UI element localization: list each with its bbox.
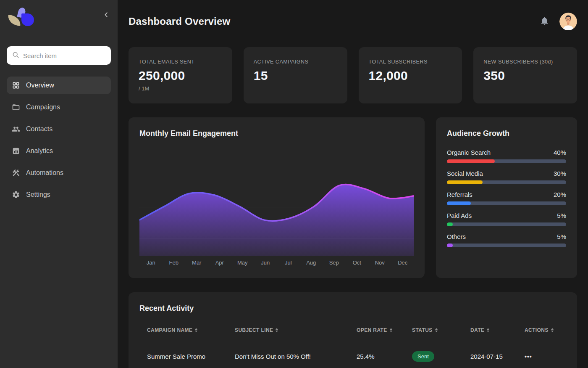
audience-row-social-media: Social Media 30% bbox=[447, 170, 566, 184]
search-input[interactable] bbox=[23, 52, 106, 59]
sidebar-item-label: Settings bbox=[26, 191, 50, 199]
x-tick: Feb bbox=[163, 259, 186, 266]
sidebar-collapse-button[interactable] bbox=[102, 10, 111, 21]
cell-subject-line: Don't Miss Out on 50% Off! bbox=[235, 353, 357, 360]
column-header-date[interactable]: DATE bbox=[470, 327, 525, 333]
stat-label: TOTAL EMAILS SENT bbox=[139, 59, 222, 65]
recent-activity-card: Recent Activity CAMPAIGN NAME SUBJECT LI… bbox=[129, 292, 577, 368]
sort-icon bbox=[487, 328, 489, 332]
sidebar-item-settings[interactable]: Settings bbox=[7, 186, 111, 204]
gear-icon bbox=[12, 191, 20, 199]
audience-pct: 5% bbox=[557, 233, 566, 240]
bar-chart-icon bbox=[12, 147, 20, 155]
sidebar-item-contacts[interactable]: Contacts bbox=[7, 120, 111, 138]
user-avatar[interactable] bbox=[559, 13, 577, 30]
people-icon bbox=[12, 125, 20, 133]
logo bbox=[7, 6, 34, 28]
search-icon bbox=[12, 51, 20, 61]
stat-card-total-emails: TOTAL EMAILS SENT 250,000 / 1M bbox=[129, 47, 232, 103]
stat-value: 350 bbox=[483, 69, 567, 83]
tools-icon bbox=[12, 169, 20, 177]
sidebar-nav: Overview Campaigns Contacts bbox=[7, 77, 111, 204]
audience-growth-card: Audience Growth Organic Search 40% Socia… bbox=[436, 117, 577, 278]
audience-row-others: Others 5% bbox=[447, 233, 566, 247]
audience-row-organic-search: Organic Search 40% bbox=[447, 149, 566, 163]
sidebar-item-label: Analytics bbox=[26, 147, 53, 155]
stat-value: 250,000 bbox=[139, 69, 222, 83]
logo-petal-blue bbox=[21, 13, 34, 26]
engagement-chart bbox=[139, 176, 414, 256]
stat-label: ACTIVE CAMPAIGNS bbox=[254, 59, 337, 65]
stat-card-total-subscribers: TOTAL SUBSCRIBERS 12,000 bbox=[359, 47, 462, 103]
audience-row-referrals: Referrals 20% bbox=[447, 191, 566, 205]
sort-icon bbox=[551, 328, 554, 332]
sidebar-item-label: Contacts bbox=[26, 125, 52, 133]
progress-track bbox=[447, 201, 566, 205]
engagement-chart-card: Monthly Email Engagement Jan Feb Mar Apr… bbox=[129, 117, 425, 278]
column-header-campaign-name[interactable]: CAMPAIGN NAME bbox=[147, 327, 235, 333]
column-header-subject-line[interactable]: SUBJECT LINE bbox=[235, 327, 357, 333]
stat-cards-row: TOTAL EMAILS SENT 250,000 / 1M ACTIVE CA… bbox=[129, 47, 577, 103]
sidebar-item-label: Campaigns bbox=[26, 103, 60, 111]
sort-icon bbox=[195, 328, 197, 332]
chevron-left-icon bbox=[102, 13, 110, 20]
x-tick: Dec bbox=[391, 259, 415, 266]
sidebar-item-automations[interactable]: Automations bbox=[7, 164, 111, 182]
x-tick: May bbox=[231, 259, 254, 266]
progress-fill bbox=[447, 222, 453, 226]
progress-fill bbox=[447, 159, 495, 163]
stat-label: TOTAL SUBSCRIBERS bbox=[369, 59, 452, 65]
table-title: Recent Activity bbox=[129, 292, 577, 313]
audience-title: Audience Growth bbox=[436, 117, 577, 138]
column-header-status[interactable]: STATUS bbox=[412, 327, 470, 333]
sort-icon bbox=[435, 328, 438, 332]
audience-pct: 30% bbox=[554, 170, 566, 177]
x-tick: Aug bbox=[300, 259, 323, 266]
sidebar-item-label: Overview bbox=[26, 82, 54, 89]
progress-track bbox=[447, 244, 566, 247]
sidebar-item-campaigns[interactable]: Campaigns bbox=[7, 98, 111, 116]
progress-track bbox=[447, 159, 566, 163]
row-actions-button[interactable]: ••• bbox=[525, 353, 566, 360]
x-tick: Jan bbox=[139, 259, 163, 266]
x-tick: Mar bbox=[185, 259, 208, 266]
progress-fill bbox=[447, 201, 471, 205]
x-tick: Nov bbox=[368, 259, 391, 266]
sidebar-item-label: Automations bbox=[26, 169, 63, 177]
chart-x-axis: Jan Feb Mar Apr May Jun Jul Aug Sep Oct … bbox=[139, 259, 414, 266]
audience-label: Organic Search bbox=[447, 149, 491, 156]
audience-row-paid-ads: Paid Ads 5% bbox=[447, 212, 566, 226]
progress-track bbox=[447, 222, 566, 226]
folder-icon bbox=[12, 103, 20, 111]
sort-icon bbox=[276, 328, 278, 332]
column-header-actions[interactable]: ACTIONS bbox=[525, 327, 566, 333]
top-bar: Dashboard Overview bbox=[129, 0, 577, 30]
stat-card-active-campaigns: ACTIVE CAMPAIGNS 15 bbox=[244, 47, 347, 103]
table-header-row: CAMPAIGN NAME SUBJECT LINE OPEN RATE STA… bbox=[139, 313, 566, 340]
audience-pct: 5% bbox=[557, 212, 566, 219]
x-tick: Jul bbox=[277, 259, 300, 266]
sidebar-item-analytics[interactable]: Analytics bbox=[7, 142, 111, 160]
column-header-open-rate[interactable]: OPEN RATE bbox=[357, 327, 412, 333]
cell-date: 2024-07-15 bbox=[470, 353, 525, 360]
x-tick: Sep bbox=[323, 259, 346, 266]
stat-value: 12,000 bbox=[369, 69, 452, 83]
stat-value: 15 bbox=[254, 69, 337, 83]
stat-label: NEW SUBSCRIBERS (30d) bbox=[483, 59, 567, 65]
page-title: Dashboard Overview bbox=[129, 16, 230, 27]
x-tick: Oct bbox=[346, 259, 369, 266]
audience-label: Others bbox=[447, 233, 466, 240]
main-content: Dashboard Overview bbox=[118, 0, 588, 368]
status-badge: Sent bbox=[412, 351, 434, 362]
notifications-button[interactable] bbox=[539, 15, 550, 28]
chart-title: Monthly Email Engagement bbox=[129, 117, 425, 138]
cell-campaign-name: Summer Sale Promo bbox=[147, 353, 235, 360]
sort-icon bbox=[390, 328, 392, 332]
sidebar-item-overview[interactable]: Overview bbox=[7, 77, 111, 94]
audience-label: Social Media bbox=[447, 170, 483, 177]
cell-open-rate: 25.4% bbox=[357, 353, 412, 360]
x-tick: Apr bbox=[208, 259, 231, 266]
bell-icon bbox=[540, 21, 549, 27]
stat-card-new-subscribers: NEW SUBSCRIBERS (30d) 350 bbox=[473, 47, 577, 103]
progress-track bbox=[447, 180, 566, 184]
